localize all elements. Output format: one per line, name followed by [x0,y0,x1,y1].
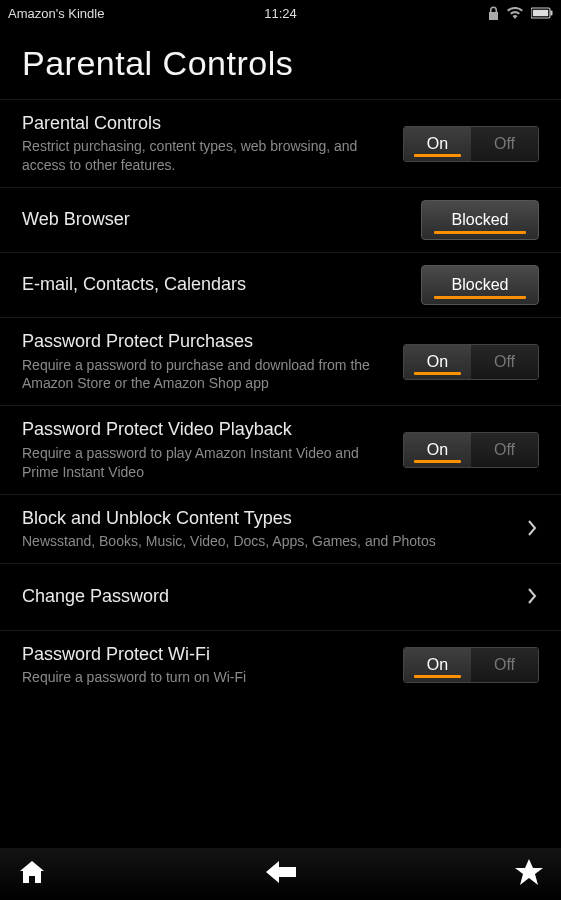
star-icon[interactable] [515,859,543,889]
wifi-icon [507,7,523,19]
chevron-right-icon [527,516,539,542]
row-block-content[interactable]: Block and Unblock Content Types Newsstan… [0,495,561,564]
row-title: Password Protect Wi-Fi [22,643,391,666]
row-title: Password Protect Purchases [22,330,391,353]
status-icons [488,6,553,20]
row-desc: Require a password to play Amazon Instan… [22,444,391,482]
row-title: Parental Controls [22,112,391,135]
status-time: 11:24 [264,6,297,21]
row-text: Block and Unblock Content Types Newsstan… [22,507,515,551]
row-text: Web Browser [22,208,409,231]
password-video-toggle[interactable]: On Off [403,432,539,468]
row-password-video: Password Protect Video Playback Require … [0,406,561,494]
row-text: E-mail, Contacts, Calendars [22,273,409,296]
row-email-contacts: E-mail, Contacts, Calendars Blocked [0,253,561,318]
toggle-off[interactable]: Off [471,345,538,379]
toggle-off[interactable]: Off [471,433,538,467]
row-password-purchases: Password Protect Purchases Require a pas… [0,318,561,406]
password-wifi-toggle[interactable]: On Off [403,647,539,683]
row-title: E-mail, Contacts, Calendars [22,273,409,296]
row-title: Web Browser [22,208,409,231]
row-text: Change Password [22,585,515,608]
nav-bar [0,848,561,900]
row-text: Password Protect Purchases Require a pas… [22,330,391,393]
row-title: Block and Unblock Content Types [22,507,515,530]
row-change-password[interactable]: Change Password [0,564,561,631]
battery-icon [531,7,553,19]
status-app-name: Amazon's Kindle [8,6,104,21]
svg-rect-1 [533,10,548,16]
row-text: Parental Controls Restrict purchasing, c… [22,112,391,175]
password-purchases-toggle[interactable]: On Off [403,344,539,380]
svg-rect-2 [551,11,553,16]
page-title: Parental Controls [0,26,561,99]
toggle-on[interactable]: On [404,433,471,467]
toggle-on[interactable]: On [404,648,471,682]
row-desc: Newsstand, Books, Music, Video, Docs, Ap… [22,532,515,551]
toggle-on[interactable]: On [404,345,471,379]
toggle-off[interactable]: Off [471,127,538,161]
row-parental-controls: Parental Controls Restrict purchasing, c… [0,99,561,188]
row-desc: Restrict purchasing, content types, web … [22,137,391,175]
row-title: Password Protect Video Playback [22,418,391,441]
row-desc: Require a password to turn on Wi-Fi [22,668,391,687]
row-text: Password Protect Wi-Fi Require a passwor… [22,643,391,687]
row-desc: Require a password to purchase and downl… [22,356,391,394]
row-web-browser: Web Browser Blocked [0,188,561,253]
toggle-off[interactable]: Off [471,648,538,682]
email-contacts-blocked-button[interactable]: Blocked [421,265,539,305]
settings-list: Parental Controls Restrict purchasing, c… [0,99,561,699]
row-password-wifi: Password Protect Wi-Fi Require a passwor… [0,631,561,699]
chevron-right-icon [527,584,539,610]
web-browser-blocked-button[interactable]: Blocked [421,200,539,240]
row-text: Password Protect Video Playback Require … [22,418,391,481]
toggle-on[interactable]: On [404,127,471,161]
home-icon[interactable] [18,859,46,889]
back-icon[interactable] [266,861,296,887]
row-title: Change Password [22,585,515,608]
lock-icon [488,6,499,20]
parental-controls-toggle[interactable]: On Off [403,126,539,162]
status-bar: Amazon's Kindle 11:24 [0,0,561,26]
